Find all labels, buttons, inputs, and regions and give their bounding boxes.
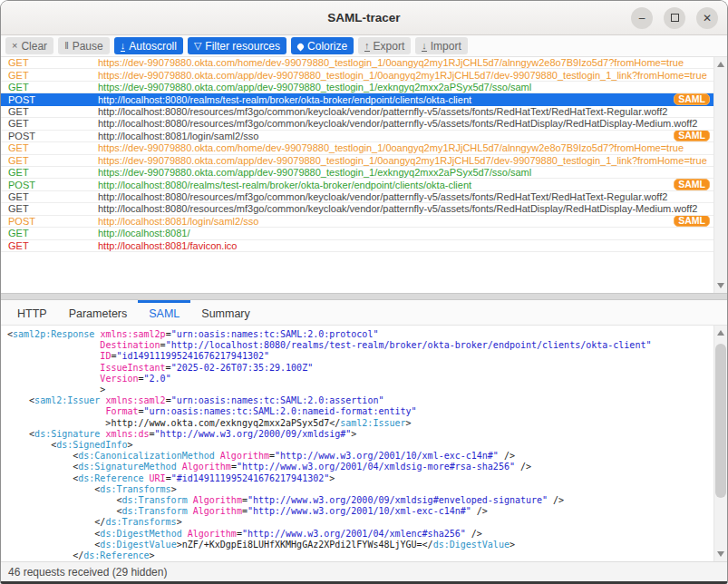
xml-line: <ds:Signature xmlns:ds="http://www.w3.or… [7, 429, 713, 440]
request-method: POST [1, 180, 98, 190]
scroll-down-icon[interactable] [717, 551, 724, 557]
window-title: SAML-tracer [1, 1, 727, 34]
minimize-button[interactable]: – [631, 7, 653, 29]
xml-line: <ds:DigestMethod Algorithm="http://www.w… [7, 529, 713, 540]
request-url: http://localhost:8081/ [98, 228, 713, 238]
export-icon: ↑ [364, 41, 370, 52]
clear-label: Clear [21, 40, 47, 53]
pause-label: Pause [73, 40, 103, 53]
tab-parameters[interactable]: Parameters [58, 300, 139, 325]
xml-line: <ds:Reference URI="#id149111995241676217… [7, 473, 713, 484]
close-icon: ✕ [703, 13, 712, 24]
detail-scrollbar[interactable] [713, 326, 727, 561]
request-row[interactable]: GEThttps://dev-99079880.okta.com/app/dev… [1, 155, 713, 167]
request-method: GET [1, 142, 98, 153]
request-url: http://localhost:8081/login/saml2/sso [98, 216, 674, 227]
filter-resources-label: Filter resources [205, 40, 280, 53]
request-row[interactable]: POSThttp://localhost:8081/login/saml2/ss… [1, 216, 713, 228]
request-method: POST [1, 216, 98, 227]
request-url: http://localhost:8080/realms/test-realm/… [98, 94, 674, 105]
colorize-label: Colorize [307, 40, 347, 53]
clear-button[interactable]: × Clear [5, 37, 53, 54]
request-method: GET [1, 228, 98, 238]
import-button[interactable]: ↓ Import [415, 37, 468, 54]
request-method: GET [1, 82, 98, 92]
request-method: GET [1, 70, 98, 81]
request-row[interactable]: GEThttp://localhost:8081/favicon.ico [1, 240, 713, 252]
request-url: http://localhost:8080/resources/mf3go/co… [98, 106, 713, 117]
xml-line: <saml2p:Response xmlns:saml2p="urn:oasis… [7, 329, 713, 340]
request-row[interactable]: GEThttp://localhost:8080/resources/mf3go… [1, 118, 713, 130]
request-method: GET [1, 191, 98, 202]
scroll-up-icon[interactable] [717, 330, 724, 336]
pane-splitter[interactable] [1, 293, 727, 300]
pause-button[interactable]: ‖ Pause [58, 37, 110, 54]
scroll-up-icon[interactable] [717, 62, 724, 67]
request-url: http://localhost:8080/resources/mf3go/co… [98, 191, 713, 202]
autoscroll-icon: ↓ [121, 41, 126, 52]
request-url: https://dev-99079880.okta.com/app/dev-99… [98, 70, 713, 81]
import-label: Import [431, 40, 461, 53]
maximize-icon [671, 14, 679, 22]
autoscroll-button[interactable]: ↓ Autoscroll [114, 37, 183, 54]
request-row[interactable]: GEThttps://dev-99079880.okta.com/home/de… [1, 57, 713, 69]
request-row[interactable]: GEThttps://dev-99079880.okta.com/app/dev… [1, 82, 713, 93]
request-url: https://dev-99079880.okta.com/app/dev-99… [98, 155, 713, 166]
request-row[interactable]: GEThttp://localhost:8080/resources/mf3go… [1, 191, 713, 203]
tab-http[interactable]: HTTP [6, 300, 58, 325]
request-method: GET [1, 203, 98, 214]
scroll-down-icon[interactable] [717, 283, 724, 288]
xml-line: </ds:Reference> [7, 550, 713, 561]
request-row[interactable]: GEThttps://dev-99079880.okta.com/app/dev… [1, 167, 713, 179]
request-row[interactable]: POSThttp://localhost:8080/realms/test-re… [1, 179, 713, 190]
export-label: Export [374, 40, 405, 53]
xml-line: <ds:SignedInfo> [7, 440, 713, 451]
xml-line: >http://www.okta.com/exkngyq2mxx2aPSyx5d… [7, 418, 713, 429]
xml-line: <ds:SignatureMethod Algorithm="http://ww… [7, 462, 713, 472]
tab-saml[interactable]: SAML [138, 300, 190, 325]
close-button[interactable]: ✕ [696, 7, 718, 29]
xml-line: <ds:CanonicalizationMethod Algorithm="ht… [7, 451, 713, 462]
filter-resources-button[interactable]: ▽ Filter resources [188, 37, 286, 54]
toolbar: × Clear ‖ Pause ↓ Autoscroll ▽ Filter re… [1, 35, 727, 57]
request-url: http://localhost:8080/realms/test-realm/… [98, 180, 674, 190]
xml-line: <ds:Transform Algorithm="http://www.w3.o… [7, 495, 713, 506]
request-row[interactable]: GEThttp://localhost:8080/resources/mf3go… [1, 203, 713, 215]
xml-line: IssueInstant="2025-02-26T07:35:29.100Z" [7, 363, 713, 374]
autoscroll-label: Autoscroll [129, 40, 177, 53]
request-row[interactable]: POSThttp://localhost:8080/realms/test-re… [1, 93, 713, 105]
request-list-pane: GEThttps://dev-99079880.okta.com/home/de… [1, 57, 727, 293]
saml-badge: SAML [674, 131, 710, 142]
request-url: https://dev-99079880.okta.com/app/dev-99… [98, 82, 713, 92]
xml-line: <ds:Transforms> [7, 484, 713, 495]
request-row[interactable]: POSThttp://localhost:8081/login/saml2/ss… [1, 131, 713, 142]
saml-xml-content: <saml2p:Response xmlns:saml2p="urn:oasis… [1, 326, 713, 561]
saml-tracer-window: SAML-tracer – ✕ × Clear ‖ Pause ↓ Autosc… [0, 0, 728, 584]
request-url: https://dev-99079880.okta.com/app/dev-99… [98, 167, 713, 178]
request-method: POST [1, 131, 98, 141]
request-method: GET [1, 118, 98, 129]
xml-line: ID="id149111995241676217941302" [7, 351, 713, 362]
request-list-scrollbar[interactable] [713, 57, 727, 293]
request-url: https://dev-99079880.okta.com/home/dev-9… [98, 57, 713, 68]
export-button[interactable]: ↑ Export [358, 37, 411, 54]
import-icon: ↓ [422, 41, 427, 52]
status-bar: 46 requests received (29 hidden) [1, 561, 727, 581]
request-row[interactable]: GEThttp://localhost:8080/resources/mf3go… [1, 106, 713, 118]
request-row[interactable]: GEThttp://localhost:8081/ [1, 228, 713, 239]
minimize-icon: – [639, 13, 645, 24]
tab-summary[interactable]: Summary [190, 300, 260, 325]
request-method: GET [1, 57, 98, 68]
request-row[interactable]: GEThttps://dev-99079880.okta.com/home/de… [1, 142, 713, 154]
xml-line: <ds:Transform Algorithm="http://www.w3.o… [7, 506, 713, 517]
clear-icon: × [12, 41, 17, 51]
maximize-button[interactable] [664, 7, 685, 29]
request-row[interactable]: GEThttps://dev-99079880.okta.com/app/dev… [1, 69, 713, 81]
request-method: GET [1, 167, 98, 178]
scrollbar-thumb[interactable] [715, 344, 726, 498]
colorize-button[interactable]: Colorize [291, 37, 354, 54]
xml-line: </ds:Transforms> [7, 517, 713, 528]
saml-badge: SAML [674, 93, 710, 105]
xml-line: <saml2:Issuer xmlns:saml2="urn:oasis:nam… [7, 395, 713, 406]
filter-icon: ▽ [194, 41, 201, 51]
